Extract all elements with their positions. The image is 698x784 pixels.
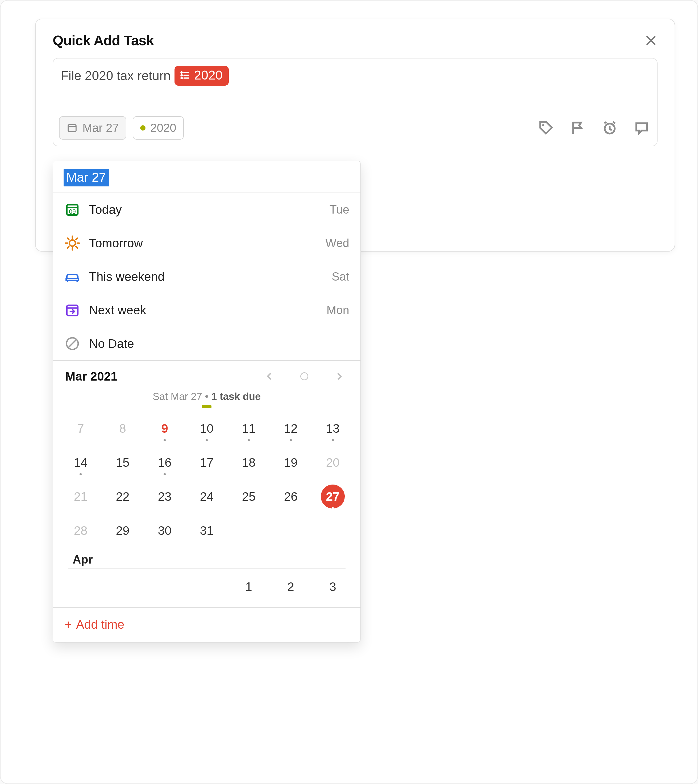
- calendar-day-3[interactable]: 3: [314, 570, 351, 604]
- svg-point-4: [181, 77, 182, 79]
- svg-text:09: 09: [69, 208, 76, 215]
- calendar-day-11[interactable]: 11: [230, 412, 267, 445]
- calendar-day-10[interactable]: 10: [188, 412, 225, 445]
- calendar-day-26[interactable]: 26: [272, 479, 309, 514]
- calendar-day-18[interactable]: 18: [230, 445, 267, 479]
- calendar-day-29[interactable]: 29: [104, 514, 141, 548]
- calendar-selected-info: Sat Mar 27 • 1 task due: [53, 386, 360, 404]
- calendar-day-2[interactable]: 2: [272, 570, 309, 604]
- svg-point-13: [69, 240, 75, 246]
- project-dot-icon: [140, 125, 145, 130]
- date-search-token: Mar 27: [64, 169, 109, 186]
- calendar-next-month-label: Apr: [60, 548, 353, 567]
- project-pill-label: 2020: [150, 121, 177, 135]
- add-time-label: Add time: [76, 617, 124, 632]
- calendar-day-30[interactable]: 30: [146, 514, 183, 548]
- today-icon: 09: [64, 201, 81, 218]
- calendar-day-27[interactable]: 27: [314, 479, 351, 514]
- add-time-button[interactable]: + Add time: [53, 608, 360, 642]
- quick-pick-today[interactable]: 09TodayTue: [53, 193, 360, 226]
- tag-icon[interactable]: [538, 120, 554, 136]
- comment-icon[interactable]: [634, 120, 650, 136]
- svg-line-20: [67, 247, 69, 248]
- calendar-day-28[interactable]: 28: [62, 514, 99, 548]
- calendar-prev-icon[interactable]: [264, 371, 275, 382]
- calendar-day-22[interactable]: 22: [104, 479, 141, 514]
- calendar-task-marker: [202, 405, 211, 408]
- nodate-icon: [64, 335, 81, 352]
- quick-pick-day: Wed: [325, 236, 349, 250]
- plus-icon: +: [64, 617, 72, 632]
- svg-rect-6: [68, 125, 76, 132]
- quick-pick-label: This weekend: [89, 269, 165, 284]
- quick-pick-day: Tue: [330, 203, 349, 216]
- svg-point-8: [542, 124, 544, 126]
- task-input-box[interactable]: File 2020 tax return 2020 Mar 27: [53, 58, 658, 146]
- calendar-today-icon[interactable]: [300, 372, 308, 380]
- calendar-day-empty: [188, 570, 225, 604]
- quick-pick-nextweek[interactable]: Next weekMon: [53, 293, 360, 327]
- project-chip-label: 2020: [194, 68, 223, 83]
- calendar-day-empty: [104, 570, 141, 604]
- date-picker-popover: Mar 27 09TodayTueTomorrowWedThis weekend…: [53, 161, 361, 642]
- calendar-day-15[interactable]: 15: [104, 445, 141, 479]
- calendar-day-23[interactable]: 23: [146, 479, 183, 514]
- calendar-day-empty: [230, 514, 267, 548]
- svg-line-27: [68, 339, 76, 348]
- quick-pick-day: Sat: [332, 270, 349, 283]
- calendar-day-7[interactable]: 7: [62, 412, 99, 445]
- list-icon: [179, 70, 190, 81]
- calendar-day-31[interactable]: 31: [188, 514, 225, 548]
- calendar-day-21[interactable]: 21: [62, 479, 99, 514]
- alarm-icon[interactable]: [602, 120, 618, 136]
- project-pill[interactable]: 2020: [133, 116, 184, 140]
- calendar-day-1[interactable]: 1: [230, 570, 267, 604]
- flag-icon[interactable]: [570, 120, 586, 136]
- svg-line-21: [76, 238, 77, 239]
- calendar-day-empty: [146, 570, 183, 604]
- date-search-row[interactable]: Mar 27: [53, 161, 360, 193]
- close-icon[interactable]: [644, 34, 658, 47]
- quick-pick-nodate[interactable]: No Date: [53, 327, 360, 360]
- tomorrow-icon: [64, 235, 81, 251]
- calendar-next-icon[interactable]: [334, 371, 345, 382]
- calendar-day-empty: [62, 570, 99, 604]
- quick-pick-label: No Date: [89, 336, 134, 351]
- svg-point-0: [181, 72, 182, 73]
- calendar-day-17[interactable]: 17: [188, 445, 225, 479]
- calendar-day-25[interactable]: 25: [230, 479, 267, 514]
- svg-line-18: [67, 238, 69, 239]
- date-pill[interactable]: Mar 27: [59, 116, 126, 140]
- svg-point-2: [181, 75, 182, 76]
- calendar-day-14[interactable]: 14: [62, 445, 99, 479]
- calendar-day-9[interactable]: 9: [146, 412, 183, 445]
- calendar-day-16[interactable]: 16: [146, 445, 183, 479]
- date-pill-label: Mar 27: [83, 121, 119, 135]
- calendar-day-8[interactable]: 8: [104, 412, 141, 445]
- calendar-day-12[interactable]: 12: [272, 412, 309, 445]
- project-chip[interactable]: 2020: [175, 66, 229, 86]
- quick-pick-tomorrow[interactable]: TomorrowWed: [53, 226, 360, 260]
- modal-title: Quick Add Task: [53, 33, 154, 48]
- quick-pick-label: Tomorrow: [89, 236, 143, 250]
- quick-pick-label: Next week: [89, 303, 146, 317]
- weekend-icon: [64, 268, 81, 285]
- calendar-day-empty: [272, 514, 309, 548]
- calendar-day-19[interactable]: 19: [272, 445, 309, 479]
- calendar-icon: [66, 122, 78, 133]
- calendar-day-13[interactable]: 13: [314, 412, 351, 445]
- svg-line-19: [76, 247, 77, 248]
- quick-pick-weekend[interactable]: This weekendSat: [53, 260, 360, 293]
- svg-rect-24: [67, 305, 78, 316]
- quick-pick-day: Mon: [327, 303, 349, 317]
- calendar-day-empty: [314, 514, 351, 548]
- task-text: File 2020 tax return: [61, 68, 171, 84]
- calendar-month-label: Mar 2021: [65, 369, 117, 384]
- quick-pick-label: Today: [89, 203, 122, 217]
- calendar-day-24[interactable]: 24: [188, 479, 225, 514]
- nextweek-icon: [64, 302, 81, 318]
- calendar-day-20[interactable]: 20: [314, 445, 351, 479]
